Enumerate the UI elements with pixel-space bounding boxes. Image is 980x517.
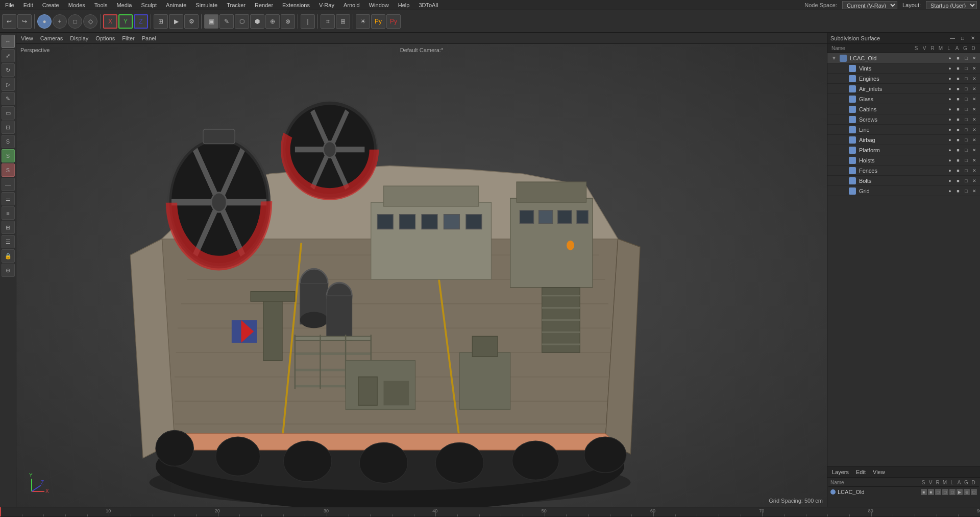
sidebar-icon-14[interactable]: ☰ [2, 235, 15, 248]
redo-button[interactable]: ↪ [17, 14, 32, 29]
menu-file[interactable]: File [3, 2, 16, 8]
menu-vray[interactable]: V-Ray [317, 2, 336, 8]
sidebar-icon-9[interactable]: S [2, 163, 15, 177]
tree-item-grid[interactable]: ▼ Grid ● ■ □ ✕ [827, 186, 980, 196]
sidebar-rotate-tool[interactable]: ↻ [2, 63, 15, 77]
menu-edit[interactable]: Edit [21, 2, 35, 8]
sidebar-icon-10[interactable]: — [2, 178, 15, 191]
transform-y-button[interactable]: Y [118, 14, 133, 29]
sidebar-icon-6[interactable]: ⊡ [2, 121, 15, 134]
hoists-vis-icon[interactable]: ● [946, 157, 953, 164]
tree-item-hoists[interactable]: ▼ Hoists ● ■ □ ✕ [827, 155, 980, 166]
viewport-3d[interactable]: Perspective Default Camera:* Grid Spacin… [16, 44, 827, 507]
pen-tool[interactable]: ✎ [219, 14, 234, 29]
line-lock-icon[interactable]: ■ [954, 126, 962, 133]
sidebar-paint-tool[interactable]: ✎ [2, 92, 15, 105]
menu-help[interactable]: Help [396, 2, 412, 8]
vints-edit-icon[interactable]: □ [963, 65, 970, 72]
loop-tool[interactable]: ⊞ [336, 14, 350, 29]
lcac-edit-icon[interactable]: □ [963, 55, 970, 62]
grid-edit-icon[interactable]: □ [963, 187, 970, 195]
tree-item-vints[interactable]: ▼ Vints ● ■ □ ✕ [827, 63, 980, 74]
cabins-vis-icon[interactable]: ● [946, 106, 953, 113]
sidebar-select-tool[interactable]: ▷ [2, 78, 15, 91]
lcac-x-icon[interactable]: ✕ [971, 55, 978, 62]
menu-sculpt[interactable]: Sculpt [139, 2, 159, 8]
tree-item-engines[interactable]: ▼ Engines ● ■ □ ✕ [827, 74, 980, 84]
airbag-vis-icon[interactable]: ● [946, 136, 953, 144]
menu-window[interactable]: Window [367, 2, 391, 8]
line-edit-icon[interactable]: □ [963, 126, 970, 133]
engines-edit-icon[interactable]: □ [963, 75, 970, 82]
layers-menu-layers[interactable]: Layers [830, 469, 850, 475]
viewport-menu-cameras[interactable]: Cameras [39, 35, 65, 41]
layer-l-icon[interactable]: □ [949, 489, 955, 495]
menu-tracker[interactable]: Tracker [225, 2, 248, 8]
fences-x-icon[interactable]: ✕ [971, 167, 978, 174]
tree-item-fences[interactable]: ▼ Fences ● ■ □ ✕ [827, 166, 980, 176]
om-minimize-btn[interactable]: — [948, 34, 957, 42]
sidebar-icon-15[interactable]: 🔒 [2, 249, 15, 263]
bolts-edit-icon[interactable]: □ [963, 177, 970, 184]
tree-item-platform[interactable]: ▼ Platform ● ■ □ ✕ [827, 145, 980, 155]
hoists-x-icon[interactable]: ✕ [971, 157, 978, 164]
tree-item-cabins[interactable]: ▼ Cabins ● ■ □ ✕ [827, 104, 980, 114]
viewport-menu-panel[interactable]: Panel [140, 35, 158, 41]
view-tool-1[interactable]: ⊞ [154, 14, 168, 29]
screws-vis-icon[interactable]: ● [946, 116, 953, 123]
menu-tools[interactable]: Tools [92, 2, 110, 8]
screws-lock-icon[interactable]: ■ [954, 116, 962, 123]
python2-tool[interactable]: Py [386, 14, 401, 29]
cabins-edit-icon[interactable]: □ [963, 106, 970, 113]
poly-mode-button[interactable]: ◇ [83, 14, 97, 29]
sidebar-icon-12[interactable]: ≡ [2, 206, 15, 220]
air-inlets-x-icon[interactable]: ✕ [971, 85, 978, 92]
layer-r-icon[interactable]: □ [935, 489, 941, 495]
layer-m-icon[interactable]: □ [942, 489, 948, 495]
menu-extensions[interactable]: Extensions [280, 2, 312, 8]
viewport-menu-options[interactable]: Options [94, 35, 116, 41]
tree-item-air-inlets[interactable]: ▼ Air_inlets ● ■ □ ✕ [827, 84, 980, 94]
vints-vis-icon[interactable]: ● [946, 65, 953, 72]
viewport-menu-view[interactable]: View [19, 35, 35, 41]
vints-x-icon[interactable]: ✕ [971, 65, 978, 72]
menu-simulate[interactable]: Simulate [193, 2, 219, 8]
sidebar-icon-11[interactable]: ⚌ [2, 192, 15, 205]
bolts-vis-icon[interactable]: ● [946, 177, 953, 184]
tree-item-airbag[interactable]: ▼ Airbag ● ■ □ ✕ [827, 135, 980, 145]
screws-x-icon[interactable]: ✕ [971, 116, 978, 123]
glass-vis-icon[interactable]: ● [946, 96, 953, 103]
fences-vis-icon[interactable]: ● [946, 167, 953, 174]
engines-x-icon[interactable]: ✕ [971, 75, 978, 82]
viewport-menu-filter[interactable]: Filter [120, 35, 136, 41]
grid-vis-icon[interactable]: ● [946, 187, 953, 195]
airbag-edit-icon[interactable]: □ [963, 136, 970, 144]
magnet-tool[interactable]: ⬢ [250, 14, 264, 29]
vints-lock-icon[interactable]: ■ [954, 65, 962, 72]
timeline-ruler[interactable]: 0102030405060708090 [0, 507, 980, 516]
tree-item-screws[interactable]: ▼ Screws ● ■ □ ✕ [827, 114, 980, 125]
line-vis-icon[interactable]: ● [946, 126, 953, 133]
tree-item-line[interactable]: ▼ Line ● ■ □ ✕ [827, 125, 980, 135]
sidebar-icon-16[interactable]: ⊛ [2, 264, 15, 277]
air-inlets-vis-icon[interactable]: ● [946, 85, 953, 92]
glass-edit-icon[interactable]: □ [963, 96, 970, 103]
hoists-edit-icon[interactable]: □ [963, 157, 970, 164]
line-x-icon[interactable]: ✕ [971, 126, 978, 133]
om-maximize-btn[interactable]: □ [959, 34, 967, 42]
fences-lock-icon[interactable]: ■ [954, 167, 962, 174]
paint-tool[interactable]: ⬡ [235, 14, 249, 29]
knife-tool[interactable]: ⌗ [321, 14, 335, 29]
bolts-x-icon[interactable]: ✕ [971, 177, 978, 184]
undo-button[interactable]: ↩ [2, 14, 16, 29]
menu-animate[interactable]: Animate [164, 2, 188, 8]
layer-item-lcac[interactable]: LCAC_Old ■ ■ □ □ □ ▶ ⊕ □ [828, 487, 979, 497]
tree-item-bolts[interactable]: ▼ Bolts ● ■ □ ✕ [827, 176, 980, 186]
sidebar-icon-7[interactable]: S [2, 135, 15, 148]
layout-select[interactable]: Startup (User) [926, 1, 977, 9]
model-mode-button[interactable]: ● [37, 14, 52, 29]
sidebar-icon-5[interactable]: ▭ [2, 106, 15, 120]
sidebar-icon-8[interactable]: S [2, 149, 15, 162]
cube-tool[interactable]: ▣ [204, 14, 218, 29]
view-tool-2[interactable]: ▶ [169, 14, 183, 29]
